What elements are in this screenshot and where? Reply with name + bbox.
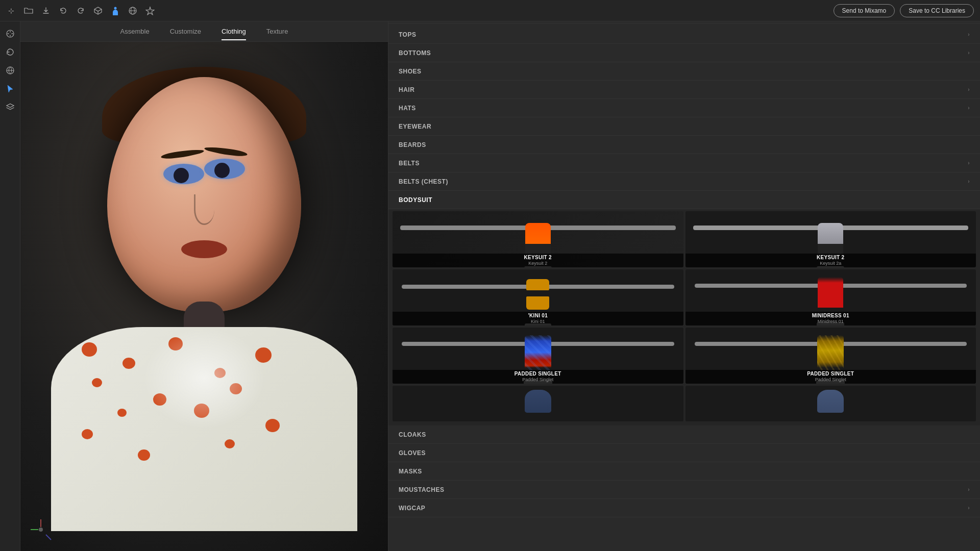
clothing-item-padded-singlet-blue[interactable]: PADDED SINGLET Padded Singlet: [393, 328, 683, 384]
toolbar-left-icons: ⊹: [6, 6, 155, 16]
tab-customize[interactable]: Customize: [170, 22, 201, 40]
toolbar-action-buttons: Send to Mixamo Save to CC Libraries: [834, 4, 974, 17]
save-cc-libraries-button[interactable]: Save to CC Libraries: [900, 4, 974, 17]
clothing-item-keysuit2[interactable]: KEYSUIT 2 Keysuit 2: [393, 211, 683, 267]
send-to-mixamo-button[interactable]: Send to Mixamo: [834, 4, 895, 17]
eye-right: [204, 159, 245, 179]
world-tool[interactable]: [3, 63, 17, 78]
eye-left: [163, 164, 204, 184]
layers-tool[interactable]: [3, 100, 17, 114]
category-belts-chest[interactable]: BELTS (CHEST) ›: [388, 172, 980, 191]
category-bottoms-label: BOTTOMS: [399, 49, 431, 57]
clothing-label-padded-singlet-gold: PADDED SINGLET Padded Singlet: [685, 370, 976, 384]
character-silhouette: [26, 67, 383, 526]
select-tool[interactable]: [3, 82, 17, 96]
character-clothing: [51, 327, 357, 531]
padded-singlet-blue-main: PADDED SINGLET: [395, 371, 681, 377]
download-icon[interactable]: [41, 6, 51, 16]
category-masks[interactable]: MASKS: [388, 462, 980, 481]
category-gloves-label: GLOVES: [399, 449, 426, 457]
eyebrow-right: [204, 145, 248, 158]
clothing-label-keysuit2: KEYSUIT 2 Keysuit 2: [393, 254, 683, 267]
category-belts-chest-chevron: ›: [968, 179, 970, 184]
padded-singlet-gold-main: PADDED SINGLET: [688, 371, 974, 377]
tab-texture[interactable]: Texture: [266, 22, 288, 40]
sphere-icon[interactable]: [128, 6, 138, 16]
cube-icon[interactable]: [93, 6, 103, 16]
toolbar: ⊹: [0, 0, 980, 21]
clothing-thumb-cloak-preview: [393, 386, 683, 421]
rotate-tool[interactable]: [3, 45, 17, 59]
clothing-thumb-cloak-preview2: [685, 386, 976, 421]
category-cloaks-label: CLOAKS: [399, 431, 426, 438]
category-belts-chest-label: BELTS (CHEST): [399, 178, 448, 185]
category-moustaches-chevron: ›: [968, 487, 970, 492]
category-cloaks[interactable]: CLOAKS: [388, 425, 980, 444]
tab-clothing[interactable]: Clothing: [222, 22, 246, 40]
category-wigcap-chevron: ›: [968, 505, 970, 511]
redo-icon[interactable]: [76, 6, 86, 16]
category-eyewear-label: EYEWEAR: [399, 123, 431, 130]
kini01-main-label: 'KINI 01: [395, 313, 681, 319]
clothing-item-minidress01[interactable]: Minidress 01 Minidress 01: [685, 269, 976, 325]
left-sidebar: [0, 21, 20, 551]
minidress01-sub-label: Minidress 01: [688, 319, 974, 324]
category-eyewear[interactable]: EYEWEAR: [388, 117, 980, 136]
move-tool[interactable]: [3, 27, 17, 41]
cursor-icon[interactable]: ⊹: [6, 6, 16, 16]
tab-bar: Assemble Customize Clothing Texture: [20, 21, 388, 42]
category-masks-label: MASKS: [399, 468, 422, 475]
clothing-item-keysuit2a[interactable]: KEYSUIT 2 Keysuit 2a: [685, 211, 976, 267]
viewport[interactable]: [20, 42, 388, 551]
category-wigcap[interactable]: WIGCAP ›: [388, 499, 980, 517]
category-hats[interactable]: HATS ›: [388, 99, 980, 117]
character-nose: [194, 194, 214, 225]
character-display: [20, 42, 388, 551]
clothing-item-kini01[interactable]: 'KINI 01 Kini 01: [393, 269, 683, 325]
category-hair-chevron: ›: [968, 87, 970, 92]
category-hats-chevron: ›: [968, 105, 970, 111]
category-bodysuit-label: BODYSUIT: [399, 196, 432, 204]
padded-singlet-gold-sub: Padded Singlet: [688, 377, 974, 383]
tab-assemble[interactable]: Assemble: [120, 22, 150, 40]
keysuit2-sub-label: Keysuit 2: [395, 261, 681, 266]
category-shoes-label: SHOES: [399, 68, 422, 75]
category-bottoms-chevron: ›: [968, 50, 970, 56]
clothing-item-cloak-preview2[interactable]: [685, 386, 976, 421]
undo-icon[interactable]: [58, 6, 68, 16]
clothing-label-keysuit2a: KEYSUIT 2 Keysuit 2a: [685, 254, 976, 267]
keysuit2a-sub-label: Keysuit 2a: [688, 261, 974, 266]
clothing-label-padded-singlet-blue: PADDED SINGLET Padded Singlet: [393, 370, 683, 384]
category-bottoms[interactable]: BOTTOMS ›: [388, 44, 980, 62]
category-tops-chevron: ›: [968, 32, 970, 37]
category-hair[interactable]: HAIR ›: [388, 81, 980, 99]
clothing-label-kini01: 'KINI 01 Kini 01: [393, 312, 683, 325]
category-tops-label: TOPS: [399, 31, 416, 38]
right-panel: TOPS › BOTTOMS › SHOES HAIR › HATS › EYE…: [388, 0, 980, 551]
category-belts[interactable]: BELTS ›: [388, 154, 980, 172]
character-lips: [181, 240, 227, 258]
bodysuit-grid: KEYSUIT 2 Keysuit 2 KEYSUIT 2 Keysui: [388, 209, 980, 425]
svg-point-0: [114, 7, 117, 9]
clothing-label-minidress01: Minidress 01 Minidress 01: [685, 312, 976, 325]
folder-icon[interactable]: [23, 6, 34, 16]
category-tops[interactable]: TOPS ›: [388, 26, 980, 44]
clothing-item-padded-singlet-gold[interactable]: PADDED SINGLET Padded Singlet: [685, 328, 976, 384]
kini01-sub-label: Kini 01: [395, 319, 681, 324]
clothing-item-cloak-preview[interactable]: [393, 386, 683, 421]
category-wigcap-label: WIGCAP: [399, 505, 425, 512]
category-beards[interactable]: BEARDS: [388, 136, 980, 154]
keysuit2a-main-label: KEYSUIT 2: [688, 255, 974, 261]
figure-active-icon[interactable]: [110, 6, 120, 16]
category-moustaches[interactable]: MOUSTACHES ›: [388, 481, 980, 499]
category-bodysuit[interactable]: BODYSUIT: [388, 191, 980, 209]
category-shoes[interactable]: SHOES: [388, 62, 980, 81]
category-gloves[interactable]: GLOVES: [388, 444, 980, 462]
category-beards-label: BEARDS: [399, 141, 426, 148]
viewport-background: [20, 42, 388, 551]
viewport-corner-indicator: [28, 517, 54, 543]
keysuit2-main-label: KEYSUIT 2: [395, 255, 681, 261]
star-icon[interactable]: [145, 6, 155, 16]
eyebrow-left: [161, 148, 205, 160]
category-hair-label: HAIR: [399, 86, 414, 93]
